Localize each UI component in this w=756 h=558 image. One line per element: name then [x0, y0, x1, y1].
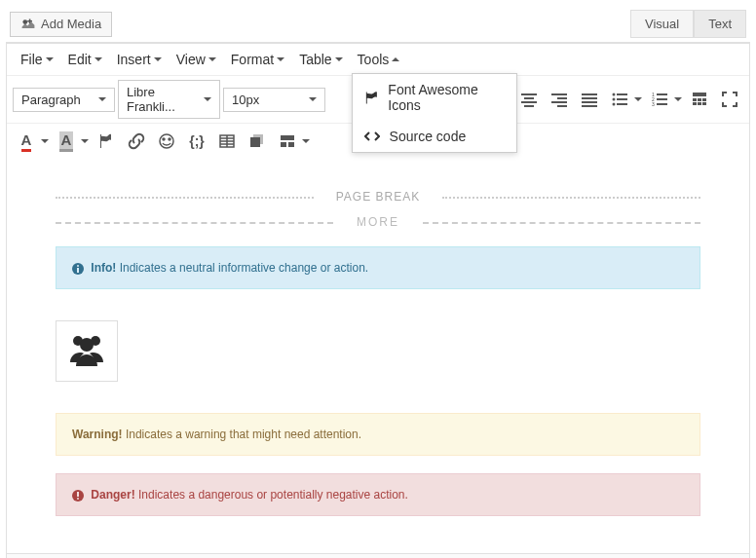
codesample-button[interactable]: {;} — [183, 128, 210, 155]
svg-rect-47 — [281, 142, 286, 147]
svg-point-57 — [77, 498, 79, 500]
editor-container: File Edit Insert View Format Table Tools… — [6, 42, 750, 558]
alert-warning: Warning! Indicates a warning that might … — [56, 413, 700, 456]
bullet-list-button[interactable] — [606, 86, 633, 113]
svg-rect-12 — [557, 105, 567, 107]
menu-view[interactable]: View — [170, 48, 222, 71]
link-button[interactable] — [123, 128, 150, 155]
svg-rect-33 — [693, 102, 697, 105]
toolbar-toggle-button[interactable] — [686, 86, 713, 113]
svg-rect-28 — [657, 103, 667, 105]
svg-rect-32 — [702, 98, 706, 101]
emoticon-button[interactable] — [153, 128, 180, 155]
numbered-list-dropdown[interactable] — [673, 97, 683, 101]
svg-rect-24 — [657, 93, 667, 95]
caret-down-icon — [208, 57, 216, 61]
svg-rect-9 — [551, 93, 567, 95]
svg-rect-20 — [617, 98, 627, 100]
svg-rect-46 — [281, 135, 294, 140]
caret-up-icon — [392, 57, 399, 61]
svg-point-19 — [613, 98, 616, 101]
svg-rect-34 — [698, 102, 701, 105]
svg-rect-22 — [617, 103, 627, 105]
menu-table[interactable]: Table — [293, 48, 348, 71]
caret-down-icon — [634, 97, 642, 101]
caret-down-icon — [204, 97, 211, 101]
svg-point-17 — [613, 93, 616, 96]
svg-rect-30 — [693, 98, 697, 101]
bootstrap-element-button[interactable] — [274, 128, 301, 155]
svg-rect-16 — [582, 105, 597, 107]
caret-down-icon — [81, 139, 89, 143]
font-select[interactable]: Libre Frankli... — [118, 80, 220, 119]
svg-point-54 — [80, 338, 94, 352]
fontsize-select[interactable]: 10px — [223, 88, 325, 112]
svg-rect-45 — [250, 137, 260, 147]
svg-rect-50 — [77, 268, 79, 273]
text-color-dropdown[interactable] — [40, 139, 50, 143]
layers-button[interactable] — [244, 128, 271, 155]
editor-mode-tabs: Visual Text — [630, 10, 746, 38]
svg-rect-8 — [524, 105, 534, 107]
svg-rect-6 — [524, 97, 534, 99]
tools-item-fa-icons[interactable]: Font Awesome Icons — [353, 74, 516, 121]
svg-rect-5 — [521, 93, 537, 95]
alert-danger: Danger! Indicates a dangerous or potenti… — [56, 473, 700, 516]
text-color-button[interactable]: A — [13, 128, 40, 155]
svg-rect-11 — [551, 101, 567, 103]
bg-color-button[interactable]: A — [53, 128, 80, 155]
caret-down-icon — [309, 97, 317, 101]
caret-down-icon — [674, 97, 682, 101]
menu-insert[interactable]: Insert — [111, 48, 168, 71]
svg-rect-56 — [77, 492, 79, 497]
alert-info: Info! Indicates a neutral informative ch… — [56, 246, 700, 289]
menu-edit[interactable]: Edit — [62, 48, 108, 71]
add-media-button[interactable]: Add Media — [10, 12, 112, 37]
align-justify-button[interactable] — [576, 86, 603, 113]
menu-tools[interactable]: Tools Font Awesome Icons Source code — [352, 48, 406, 71]
numbered-list-button[interactable]: 123 — [646, 86, 673, 113]
svg-rect-10 — [557, 97, 567, 99]
danger-icon — [72, 490, 84, 502]
svg-point-37 — [163, 138, 165, 140]
editor-content[interactable]: PAGE BREAK MORE Info! Indicates a neutra… — [7, 159, 749, 553]
align-center-button[interactable] — [515, 86, 543, 113]
svg-rect-7 — [521, 101, 537, 103]
svg-rect-14 — [582, 97, 597, 99]
caret-down-icon — [98, 97, 106, 101]
page-break-divider: PAGE BREAK — [56, 190, 700, 204]
menu-file[interactable]: File — [15, 48, 59, 71]
info-icon — [72, 263, 84, 275]
fullscreen-button[interactable] — [716, 86, 743, 113]
svg-point-21 — [613, 103, 616, 106]
svg-text:3: 3 — [652, 101, 655, 107]
caret-down-icon — [46, 57, 54, 61]
caret-down-icon — [277, 57, 284, 61]
tab-visual[interactable]: Visual — [630, 10, 694, 38]
svg-rect-48 — [288, 142, 294, 147]
svg-point-51 — [77, 265, 79, 267]
caret-down-icon — [302, 139, 310, 143]
tools-item-source-code[interactable]: Source code — [353, 121, 516, 152]
more-divider: MORE — [56, 215, 700, 229]
flag-icon — [364, 90, 379, 105]
bg-color-dropdown[interactable] — [80, 139, 90, 143]
svg-rect-13 — [582, 93, 597, 95]
svg-point-38 — [169, 138, 170, 140]
menu-format[interactable]: Format — [225, 48, 290, 71]
users-icon-block — [56, 320, 118, 382]
tab-text[interactable]: Text — [694, 10, 746, 38]
status-bar: Word count: 31 Draft saved at 8:23:47 am… — [7, 553, 749, 558]
svg-point-36 — [160, 134, 173, 148]
caret-down-icon — [94, 57, 102, 61]
caret-down-icon — [41, 139, 49, 143]
svg-rect-29 — [693, 93, 706, 96]
bootstrap-element-dropdown[interactable] — [301, 139, 311, 143]
bullet-list-dropdown[interactable] — [633, 97, 643, 101]
style-select[interactable]: Paragraph — [13, 88, 115, 112]
code-icon — [364, 129, 380, 144]
columns-button[interactable] — [213, 128, 241, 155]
align-right-button[interactable] — [546, 86, 573, 113]
caret-down-icon — [335, 57, 343, 61]
flag-button[interactable] — [93, 128, 120, 155]
